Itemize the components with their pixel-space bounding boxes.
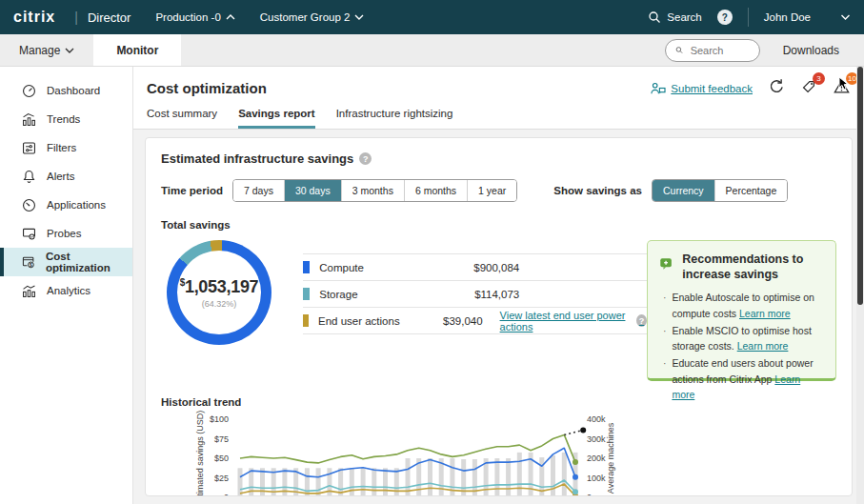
- period-1-year[interactable]: 1 year: [468, 180, 516, 201]
- tab-cost-summary[interactable]: Cost summary: [147, 108, 217, 129]
- trends-icon: [21, 111, 37, 128]
- y-tick-left: $100: [210, 414, 229, 424]
- breakdown-row-end-user-actions: End user actions$39,040View latest end u…: [303, 308, 647, 334]
- y-axis-title-right: Average machines: [606, 422, 615, 494]
- total-savings-percent: (64.32%): [202, 299, 237, 309]
- bar-power-managed-machines: [494, 458, 499, 496]
- environment-selector[interactable]: Production -0: [155, 11, 234, 23]
- scrollbar-thumb[interactable]: [857, 67, 863, 305]
- recommendation-item: ·Educate end users about power actions f…: [663, 355, 824, 402]
- end-dot: [573, 459, 578, 465]
- refresh-button[interactable]: [768, 78, 785, 98]
- sidebar-item-probes[interactable]: Probes: [0, 219, 132, 248]
- search-input[interactable]: [689, 44, 750, 57]
- recommendation-item: ·Enable MSCIO to optimise host storage c…: [663, 323, 824, 354]
- manage-menu[interactable]: Manage: [0, 34, 93, 66]
- bar-power-managed-machines: [305, 468, 310, 496]
- monitor-tab[interactable]: Monitor: [93, 34, 181, 66]
- bullet: ·: [663, 323, 667, 354]
- toolbar-search[interactable]: [665, 39, 760, 62]
- mode-currency[interactable]: Currency: [653, 180, 715, 201]
- tags-button[interactable]: 3: [800, 78, 817, 98]
- page-tabs: Cost summarySavings reportInfrastructure…: [147, 108, 851, 129]
- environment-label: Production -0: [155, 11, 220, 23]
- nav-bar: Manage Monitor Downloads: [0, 34, 864, 67]
- recommendations-title: Recommendations to increase savings: [682, 252, 824, 282]
- bullet: ·: [663, 355, 667, 402]
- brand-divider: |: [74, 10, 78, 25]
- breakdown-value: $900,084: [452, 262, 519, 273]
- vertical-scrollbar[interactable]: [856, 67, 864, 504]
- global-search-button[interactable]: Search: [648, 10, 701, 24]
- sidebar-item-dashboard[interactable]: Dashboard: [0, 76, 132, 105]
- downloads-link[interactable]: Downloads: [783, 44, 839, 57]
- legend-swatch: [303, 288, 310, 300]
- bar-power-managed-machines: [372, 468, 376, 496]
- analytics-icon: [21, 283, 37, 299]
- chevron-down-icon: [354, 13, 364, 21]
- sidebar-item-alerts[interactable]: Alerts: [0, 162, 132, 191]
- content-header: Cost optimization Submit feedback 3: [133, 67, 864, 130]
- sidebar-item-label: Cost optimization: [46, 251, 132, 273]
- sidebar-item-label: Probes: [47, 228, 81, 239]
- mouse-cursor: [838, 76, 850, 91]
- sidebar-item-label: Analytics: [47, 285, 90, 296]
- customer-group-selector[interactable]: Customer Group 2: [260, 11, 365, 23]
- recommendations-list: ·Enable Autoscale to optimise on compute…: [663, 290, 824, 402]
- breakdown-value: $114,073: [452, 289, 519, 300]
- bar-power-managed-machines: [394, 468, 399, 496]
- bar-power-managed-machines: [282, 468, 287, 496]
- submit-feedback-label: Submit feedback: [671, 83, 753, 94]
- savings-card: Estimated infrastructure savings ? Time …: [145, 137, 853, 496]
- submit-feedback-link[interactable]: Submit feedback: [650, 81, 753, 95]
- breakdown-label: Compute: [319, 262, 452, 273]
- customer-group-label: Customer Group 2: [260, 11, 351, 23]
- legend-swatch: [303, 314, 309, 327]
- period-30-days[interactable]: 30 days: [285, 180, 342, 201]
- y-tick-left: 0: [224, 493, 229, 496]
- historical-trend-chart: $100$75$50$250400k300k200k100k001/0301/0…: [161, 408, 675, 496]
- y-tick-right: 400k: [587, 414, 606, 424]
- sidebar-item-label: Dashboard: [47, 85, 100, 96]
- sidebar-item-filters[interactable]: Filters: [0, 133, 132, 162]
- total-savings-amount: $1,053,197: [180, 277, 259, 297]
- recommendation-icon: [659, 252, 673, 275]
- y-tick-right: 0: [587, 493, 592, 496]
- y-tick-left: $75: [214, 434, 229, 444]
- user-menu[interactable]: John Doe: [764, 11, 851, 23]
- svg-text:$: $: [30, 262, 32, 267]
- time-period-label: Time period: [161, 185, 223, 196]
- mode-percentage[interactable]: Percentage: [715, 180, 788, 201]
- sidebar-item-applications[interactable]: Applications: [0, 191, 132, 219]
- sidebar-item-trends[interactable]: Trends: [0, 105, 132, 133]
- sidebar-item-cost-optimization[interactable]: $Cost optimization: [0, 248, 132, 276]
- bar-power-managed-machines: [551, 455, 555, 496]
- chevron-down-icon: [840, 13, 851, 21]
- applications-icon: [21, 197, 37, 213]
- y-tick-left: $50: [214, 454, 229, 463]
- user-name: John Doe: [764, 11, 811, 23]
- chevron-up-icon: [226, 13, 235, 21]
- tab-savings-report[interactable]: Savings report: [238, 108, 315, 129]
- savings-breakdown-table: Compute$900,084Storage$114,073End user a…: [303, 253, 647, 381]
- breakdown-value: $39,040: [428, 315, 483, 327]
- bar-power-managed-machines: [361, 468, 366, 496]
- savings-mode-segment: CurrencyPercentage: [652, 179, 788, 202]
- period-6-months[interactable]: 6 months: [405, 180, 468, 201]
- learn-more-link[interactable]: Learn more: [737, 340, 789, 352]
- period-7-days[interactable]: 7 days: [233, 180, 285, 201]
- bar-power-managed-machines: [517, 453, 522, 496]
- period-3-months[interactable]: 3 months: [342, 180, 405, 201]
- sidebar-item-analytics[interactable]: Analytics: [0, 276, 132, 305]
- y-tick-left: $25: [214, 474, 229, 483]
- card-help-icon[interactable]: ?: [359, 152, 372, 165]
- bar-power-managed-machines: [350, 468, 354, 496]
- view-power-actions-link[interactable]: View latest end user power actions?: [500, 310, 647, 333]
- sidebar-item-label: Alerts: [47, 171, 74, 182]
- tab-infrastructure-rightsizing[interactable]: Infrastructure rightsizing: [336, 108, 453, 129]
- help-icon[interactable]: ?: [717, 10, 733, 25]
- learn-more-link[interactable]: Learn more: [739, 308, 791, 319]
- link-help-icon[interactable]: ?: [636, 314, 647, 327]
- search-icon: [648, 10, 661, 24]
- sidebar-item-label: Trends: [47, 113, 80, 125]
